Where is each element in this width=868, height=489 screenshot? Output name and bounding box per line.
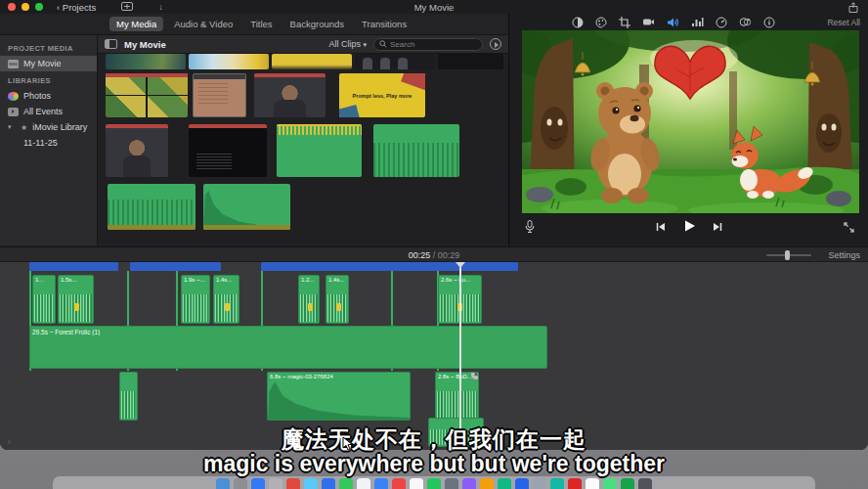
audio-waveform xyxy=(121,391,136,419)
stabilization-camera-icon[interactable] xyxy=(642,17,655,27)
close-window-button[interactable] xyxy=(8,3,16,11)
search-input[interactable] xyxy=(390,40,473,49)
fullscreen-icon[interactable] xyxy=(844,219,854,237)
tab-transitions[interactable]: Transitions xyxy=(355,17,413,31)
title-track-bar[interactable] xyxy=(29,262,118,271)
media-thumbnail-terminal[interactable] xyxy=(189,124,267,177)
chevron-down-icon[interactable]: ▾ xyxy=(8,123,16,131)
skip-forward-icon[interactable] xyxy=(712,219,723,237)
sidebar-item-11-11-25[interactable]: 11-11-25 xyxy=(0,135,97,151)
dock-app-icon[interactable] xyxy=(462,478,476,489)
media-thumbnail-wavedecay[interactable] xyxy=(203,184,290,230)
dock-app-icon[interactable] xyxy=(515,478,529,489)
sidebar-toggle-icon[interactable] xyxy=(105,39,117,49)
download-icon[interactable]: ↓ xyxy=(158,2,163,12)
mouse-cursor xyxy=(342,436,354,452)
media-thumbnail-person[interactable] xyxy=(106,124,168,177)
dock-app-icon[interactable] xyxy=(339,478,353,489)
info-icon[interactable] xyxy=(763,17,775,28)
dock-app-icon[interactable] xyxy=(286,478,300,489)
tab-backgrounds[interactable]: Backgrounds xyxy=(283,17,351,31)
dock-app-icon[interactable] xyxy=(550,478,564,489)
dock-app-icon[interactable] xyxy=(251,478,265,489)
connected-audio-clip[interactable]: 1.4s... xyxy=(326,275,349,324)
play-icon[interactable] xyxy=(682,219,696,237)
reset-all-button[interactable]: Reset All xyxy=(827,18,860,27)
dock-app-icon[interactable] xyxy=(392,478,406,489)
sidebar-item-all-events[interactable]: All Events xyxy=(0,104,97,119)
media-thumbnail-promo[interactable]: Prompt less, Play more xyxy=(339,73,425,117)
title-track-bar[interactable] xyxy=(130,262,221,271)
tab-audio-video[interactable]: Audio & Video xyxy=(167,17,239,31)
color-balance-icon[interactable] xyxy=(572,17,584,28)
timeline-zoom-slider[interactable] xyxy=(766,254,811,256)
search-box[interactable] xyxy=(373,38,483,51)
connected-audio-clip[interactable]: 1.2... xyxy=(298,275,320,324)
clip-label: 1.4s... xyxy=(328,277,346,283)
clip-filter-dropdown[interactable]: All Clips ▾ xyxy=(328,39,367,49)
media-thumbnail-wave[interactable] xyxy=(373,124,459,177)
person-silhouette xyxy=(363,58,372,69)
dock[interactable] xyxy=(53,476,815,489)
sidebar-item-photos[interactable]: Photos xyxy=(0,88,97,104)
sidebar-item-my-movie[interactable]: My Movie xyxy=(0,56,97,71)
dock-app-icon[interactable] xyxy=(480,478,494,489)
dock-app-icon[interactable] xyxy=(374,478,388,489)
noise-reduction-icon[interactable] xyxy=(691,17,704,27)
dock-app-icon[interactable] xyxy=(427,478,441,489)
dock-app-icon[interactable] xyxy=(445,478,458,489)
dock-app-icon[interactable] xyxy=(568,478,582,489)
zoom-window-button[interactable] xyxy=(35,3,43,11)
background-audio-clip[interactable] xyxy=(119,372,138,421)
media-thumbnail-person[interactable] xyxy=(254,73,326,117)
crop-icon[interactable] xyxy=(619,17,630,28)
dock-app-icon[interactable] xyxy=(304,478,318,489)
media-thumbnail-dark[interactable] xyxy=(438,54,503,69)
minimize-window-button[interactable] xyxy=(22,3,29,11)
dock-app-icon[interactable] xyxy=(498,478,511,489)
dock-app-icon[interactable] xyxy=(269,478,282,489)
dock-app-icon[interactable] xyxy=(586,478,599,489)
connected-audio-clip[interactable]: 1.9s ~... xyxy=(181,275,210,324)
tab-titles[interactable]: Titles xyxy=(243,17,279,31)
dock-app-icon[interactable] xyxy=(621,478,634,489)
dock-app-icon[interactable] xyxy=(322,478,335,489)
effects-icon[interactable] xyxy=(739,17,752,27)
tab-my-media[interactable]: My Media xyxy=(109,17,163,31)
connected-audio-clip[interactable]: 1.5s... xyxy=(58,275,94,324)
back-to-projects-button[interactable]: ‹ Projects xyxy=(57,2,96,13)
dock-app-icon[interactable] xyxy=(234,478,247,489)
volume-icon[interactable] xyxy=(667,17,679,28)
zoom-slider-thumb[interactable] xyxy=(785,250,790,260)
media-thumbnail-forest[interactable] xyxy=(106,54,186,69)
playhead[interactable] xyxy=(459,262,461,445)
media-thumbnail-gradient[interactable] xyxy=(189,54,269,69)
filmstrip-advance-icon[interactable] xyxy=(490,38,501,50)
background-audio-clip[interactable]: 2.8s ~ BoD...× xyxy=(435,372,479,421)
speed-icon[interactable] xyxy=(716,17,727,28)
dock-app-icon[interactable] xyxy=(603,478,617,489)
title-track-bar[interactable] xyxy=(261,262,518,271)
media-thumbnail-people[interactable] xyxy=(355,54,435,69)
media-thumbnail-collage[interactable] xyxy=(106,73,188,117)
dock-app-icon[interactable] xyxy=(638,478,652,489)
background-audio-clip[interactable]: 6.8s ~ magic-03-276824 xyxy=(267,372,411,421)
dock-app-icon[interactable] xyxy=(533,478,546,489)
dock-app-icon[interactable] xyxy=(410,478,423,489)
sidebar-item-imovie-library[interactable]: ▾★iMovie Library xyxy=(0,119,97,135)
window-controls[interactable] xyxy=(8,3,43,11)
connected-audio-clip[interactable]: 1... xyxy=(32,275,56,324)
dock-app-icon[interactable] xyxy=(216,478,230,489)
music-track-clip[interactable]: 29.5s ~ Forest Frolic (1) xyxy=(29,326,547,369)
remove-effect-badge[interactable]: × xyxy=(471,372,479,379)
color-palette-icon[interactable] xyxy=(595,17,607,28)
media-thumbnail-doc[interactable] xyxy=(193,73,246,117)
media-thumbnail-yellowstrip[interactable] xyxy=(272,54,352,69)
timeline-settings-button[interactable]: Settings xyxy=(828,250,860,260)
media-thumbnail-waveyellow[interactable] xyxy=(277,124,362,177)
connected-audio-clip[interactable]: 1.4s... xyxy=(213,275,239,324)
media-import-icon[interactable] xyxy=(121,2,133,13)
skip-back-icon[interactable] xyxy=(655,219,667,237)
media-thumbnail-wave[interactable] xyxy=(108,184,195,230)
dock-app-icon[interactable] xyxy=(357,478,370,489)
